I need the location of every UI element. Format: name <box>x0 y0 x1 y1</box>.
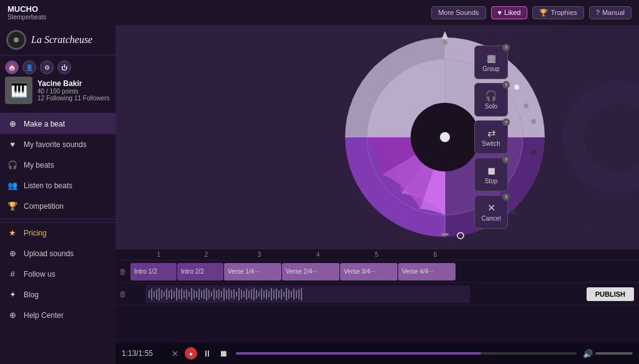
svg-rect-36 <box>178 290 180 299</box>
user-profile: 🏠 👤 ⚙ ⏻ 🎹 Yacine Bakir 40 / 100 points 1… <box>0 55 115 113</box>
waveform-delete-btn[interactable]: 🗑 <box>115 290 130 299</box>
track-waveform-row: 🗑 <box>115 283 639 305</box>
svg-rect-61 <box>241 290 242 299</box>
cancel-help[interactable]: ? <box>502 193 510 201</box>
power-icon-btn[interactable]: ⏻ <box>57 60 71 74</box>
track-delete-btn[interactable]: 🗑 <box>115 267 130 276</box>
track-num-3: 3 <box>230 251 288 258</box>
sequencer-area: 1 2 3 4 5 6 🗑 Intro 1/2 Intro 2/2 Verse … <box>115 249 639 343</box>
manual-button[interactable]: ? Manual <box>589 6 632 19</box>
svg-rect-33 <box>171 289 172 299</box>
block-verse-1[interactable]: Verse 1/4··· <box>224 263 281 280</box>
block-verse-3[interactable]: Verse 3/4··· <box>340 263 398 280</box>
cancel-button[interactable]: ✕ Cancel <box>474 195 508 229</box>
home-icon-btn[interactable]: 🏠 <box>5 60 19 74</box>
solo-help[interactable]: ? <box>502 81 510 89</box>
track-num-5: 5 <box>348 251 406 258</box>
heart-nav-icon: ♥ <box>7 140 17 149</box>
svg-rect-57 <box>231 290 232 298</box>
record-button[interactable]: ● <box>185 347 197 360</box>
svg-rect-44 <box>198 289 200 300</box>
switch-icon: ⇄ <box>487 127 495 139</box>
group-icon: ▦ <box>487 52 496 64</box>
nav-listen-to-beats[interactable]: 👥 Listen to beats <box>0 175 115 196</box>
nav-help-center[interactable]: ⊕ Help Center <box>0 305 115 325</box>
volume-icon: 🔊 <box>583 349 593 358</box>
beat-wheel[interactable] <box>333 25 557 249</box>
stop-playback-button[interactable]: ⏹ <box>217 347 230 360</box>
sidebar-divider <box>0 219 115 219</box>
bottom-nav: ★ Pricing ⊕ Upload sounds # Follow us ✦ … <box>0 222 115 325</box>
heart-icon: ♥ <box>498 9 502 16</box>
user-follow: 12 Following 11 Followers <box>37 95 110 102</box>
avatar: 🎹 <box>5 77 32 104</box>
svg-rect-48 <box>208 290 210 299</box>
svg-rect-32 <box>168 290 170 298</box>
svg-point-14 <box>442 40 447 45</box>
svg-rect-53 <box>221 291 222 297</box>
svg-rect-75 <box>276 289 277 300</box>
nav-follow-us[interactable]: # Follow us <box>0 264 115 284</box>
track-num-6: 6 <box>406 251 464 258</box>
nav-make-a-beat[interactable]: ⊕ Make a beat <box>0 113 115 134</box>
svg-rect-59 <box>236 292 237 297</box>
record-icon: ● <box>189 350 193 357</box>
svg-rect-63 <box>246 289 247 300</box>
svg-rect-41 <box>191 288 192 300</box>
svg-rect-37 <box>181 289 182 300</box>
playback-bar: 1:13/1:55 ✕ ● ⏸ ⏹ 🔊 <box>115 343 639 364</box>
header-actions: More Sounds ♥ Liked 🏆 Trophies ? Manual <box>431 6 632 19</box>
svg-rect-27 <box>156 289 157 299</box>
more-sounds-button[interactable]: More Sounds <box>431 6 485 19</box>
progress-bar[interactable] <box>236 352 577 355</box>
block-intro-2[interactable]: Intro 2/2 <box>177 263 223 280</box>
svg-rect-60 <box>238 288 240 300</box>
blog-icon: ✦ <box>7 290 17 299</box>
svg-rect-71 <box>266 289 267 299</box>
liked-button[interactable]: ♥ Liked <box>491 6 528 19</box>
nav-my-favorite-sounds[interactable]: ♥ My favorite sounds <box>0 134 115 155</box>
group-help[interactable]: ? <box>502 44 510 51</box>
block-intro-1[interactable]: Intro 1/2 <box>130 263 177 280</box>
track-num-1: 1 <box>135 251 182 258</box>
waveform-area <box>145 285 587 304</box>
trophy-icon: 🏆 <box>539 9 548 17</box>
svg-rect-43 <box>196 291 197 297</box>
stop-button[interactable]: ◼ Stop <box>474 158 508 191</box>
nav-blog[interactable]: ✦ Blog <box>0 284 115 305</box>
svg-rect-80 <box>288 290 290 299</box>
svg-rect-84 <box>298 289 300 299</box>
nav-competition[interactable]: 🏆 Competition <box>0 196 115 216</box>
nav-upload-sounds[interactable]: ⊕ Upload sounds <box>0 243 115 264</box>
stop-help[interactable]: ? <box>502 156 510 163</box>
svg-rect-30 <box>163 292 165 297</box>
switch-button[interactable]: ⇄ Switch <box>474 120 508 154</box>
volume-slider[interactable] <box>595 352 633 355</box>
nav-my-beats[interactable]: 🎧 My beats <box>0 155 115 175</box>
svg-rect-67 <box>256 290 257 299</box>
block-verse-2[interactable]: Verse 2/4··· <box>282 263 339 280</box>
profile-icon-row: 🏠 👤 ⚙ ⏻ <box>5 60 110 74</box>
nav-pricing[interactable]: ★ Pricing <box>0 223 115 243</box>
svg-rect-31 <box>166 289 167 300</box>
user-icon-btn[interactable]: 👤 <box>22 60 36 74</box>
close-playback-btn[interactable]: ✕ <box>172 349 178 358</box>
trophies-button[interactable]: 🏆 Trophies <box>532 6 583 19</box>
svg-rect-85 <box>301 288 302 300</box>
playback-controls: ● ⏸ ⏹ <box>185 347 230 360</box>
svg-rect-56 <box>228 289 230 300</box>
star-icon: ★ <box>7 228 17 237</box>
svg-rect-58 <box>233 289 235 299</box>
switch-help[interactable]: ? <box>502 118 510 126</box>
track-row-1: 🗑 Intro 1/2 Intro 2/2 Verse 1/4··· Verse… <box>115 261 639 283</box>
settings-icon-btn[interactable]: ⚙ <box>40 60 54 74</box>
solo-icon: 🎧 <box>485 90 497 102</box>
block-verse-4[interactable]: Verse 4/4··· <box>398 263 456 280</box>
pause-button[interactable]: ⏸ <box>201 347 213 360</box>
plus-circle-icon: ⊕ <box>7 119 17 128</box>
solo-button[interactable]: 🎧 Solo <box>474 83 508 117</box>
app-header: MUCHO Stemperbeats More Sounds ♥ Liked 🏆… <box>0 0 639 25</box>
svg-point-13 <box>440 132 450 142</box>
publish-button[interactable]: PUBLISH <box>587 287 634 301</box>
group-button[interactable]: ▦ Group <box>474 46 508 79</box>
